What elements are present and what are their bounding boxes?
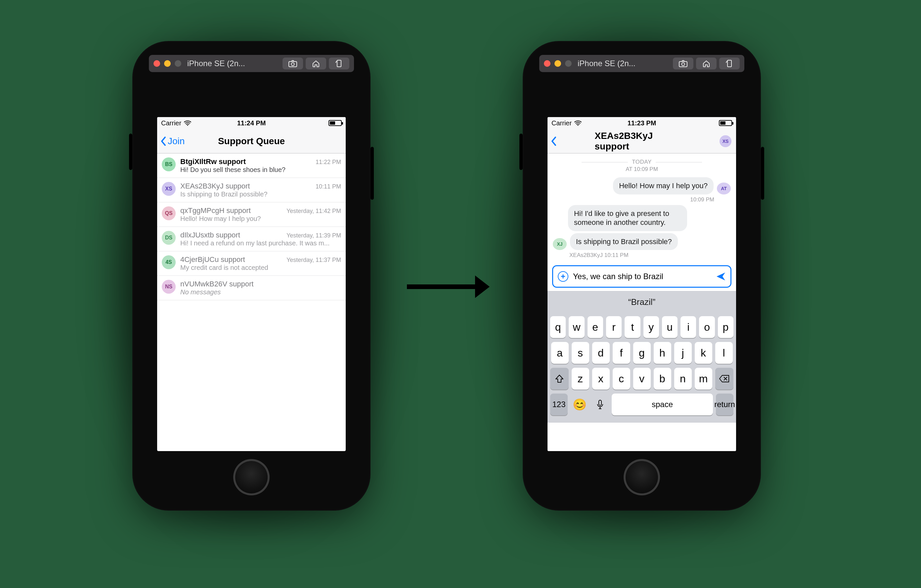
conversation-row[interactable]: BSBtgiXIltRw support11:22 PMHi! Do you s… — [157, 153, 346, 178]
home-physical-button[interactable] — [233, 459, 270, 495]
back-button[interactable] — [551, 136, 557, 146]
screenshot-button[interactable] — [673, 58, 693, 70]
conversation-preview: Hi! Do you sell these shoes in blue? — [180, 166, 341, 174]
key-o[interactable]: o — [699, 316, 714, 338]
home-button[interactable] — [306, 58, 326, 70]
home-button[interactable] — [696, 58, 716, 70]
conversation-title: qxTggMPcgH support — [180, 206, 251, 215]
key-q[interactable]: q — [550, 316, 566, 338]
message-row: Hi! I'd like to give a present to someon… — [553, 205, 731, 231]
conversation-row[interactable]: NSnVUMwkB26V supportNo messages — [157, 276, 346, 300]
conversation-row[interactable]: 4S4CjerBjUCu supportYesterday, 11:37 PMM… — [157, 251, 346, 276]
minimize-icon[interactable] — [555, 60, 561, 67]
key-w[interactable]: w — [569, 316, 584, 338]
rotate-button[interactable] — [719, 58, 740, 70]
day-time: AT 10:09 PM — [553, 166, 731, 173]
status-time: 11:24 PM — [237, 119, 266, 127]
conversation-list[interactable]: BSBtgiXIltRw support11:22 PMHi! Do you s… — [157, 153, 346, 300]
close-icon[interactable] — [544, 60, 550, 67]
key-g[interactable]: g — [633, 342, 651, 364]
nav-bar: XEAs2B3KyJ support XS — [547, 129, 736, 153]
close-icon[interactable] — [153, 60, 160, 67]
conversation-title: nVUMwkB26V support — [180, 280, 254, 288]
key-t[interactable]: t — [625, 316, 640, 338]
key-f[interactable]: f — [613, 342, 630, 364]
conversation-row[interactable]: DSdIlxJUsxtb supportYesterday, 11:39 PMH… — [157, 227, 346, 251]
key-p[interactable]: p — [718, 316, 734, 338]
avatar: QS — [162, 206, 176, 220]
keyboard[interactable]: qwertyuiopasdfghjklzxcvbnm123😊spaceretur… — [547, 313, 736, 422]
key-j[interactable]: j — [674, 342, 692, 364]
key-c[interactable]: c — [613, 368, 630, 390]
screenshot-button[interactable] — [283, 58, 303, 70]
svg-rect-8 — [599, 400, 601, 406]
key-a[interactable]: a — [551, 342, 569, 364]
svg-point-5 — [682, 63, 685, 66]
message-bubble: Is shipping to Brazil possible? — [570, 233, 678, 250]
key-b[interactable]: b — [654, 368, 671, 390]
message-composer[interactable]: + — [552, 265, 731, 288]
conversation-time: Yesterday, 11:37 PM — [286, 257, 341, 263]
conversation-row[interactable]: XSXEAs2B3KyJ support10:11 PMIs shipping … — [157, 178, 346, 202]
conversation-title: dIlxJUsxtb support — [180, 231, 240, 239]
send-button[interactable] — [716, 272, 726, 281]
key-u[interactable]: u — [662, 316, 677, 338]
screen-right: Carrier 11:23 PM XEAs2B3KyJ support XS T… — [547, 117, 736, 451]
key-d[interactable]: d — [592, 342, 610, 364]
key-i[interactable]: i — [680, 316, 696, 338]
zoom-icon[interactable] — [175, 60, 181, 67]
status-bar: Carrier 11:24 PM — [157, 117, 346, 129]
battery-icon — [329, 120, 342, 126]
key-s[interactable]: s — [572, 342, 589, 364]
key-y[interactable]: y — [643, 316, 659, 338]
space-key[interactable]: space — [612, 393, 713, 415]
avatar: NS — [162, 280, 176, 294]
key-h[interactable]: h — [654, 342, 671, 364]
back-button[interactable]: Join — [160, 136, 185, 146]
chat-avatar[interactable]: XS — [719, 135, 731, 147]
conversation-row[interactable]: QSqxTggMPcgH supportYesterday, 11:42 PMH… — [157, 202, 346, 227]
status-time: 11:23 PM — [628, 119, 656, 127]
chat-scroll[interactable]: TODAYAT 10:09 PMHello! How may I help yo… — [547, 153, 736, 262]
svg-point-3 — [187, 125, 188, 126]
svg-rect-6 — [727, 60, 731, 67]
key-n[interactable]: n — [674, 368, 692, 390]
home-physical-button[interactable] — [623, 459, 660, 495]
wifi-icon — [184, 120, 191, 126]
conversation-time: 10:11 PM — [316, 183, 341, 190]
rotate-button[interactable] — [329, 58, 349, 70]
message-row: Hello! How may I help you?AT — [553, 177, 731, 195]
shift-key[interactable] — [550, 368, 569, 390]
avatar: DS — [162, 231, 176, 245]
key-v[interactable]: v — [633, 368, 651, 390]
conversation-time: Yesterday, 11:42 PM — [286, 208, 341, 214]
key-z[interactable]: z — [572, 368, 589, 390]
svg-rect-0 — [289, 62, 297, 67]
conversation-title: XEAs2B3KyJ support — [180, 182, 250, 190]
avatar: XJ — [553, 238, 567, 250]
key-x[interactable]: x — [592, 368, 610, 390]
emoji-key[interactable]: 😊 — [571, 393, 588, 415]
numbers-key[interactable]: 123 — [550, 393, 568, 415]
zoom-icon[interactable] — [565, 60, 572, 67]
suggestion-text[interactable]: “Brazil” — [628, 297, 655, 307]
key-m[interactable]: m — [695, 368, 712, 390]
minimize-icon[interactable] — [164, 60, 171, 67]
window-traffic-lights[interactable] — [544, 60, 572, 67]
message-input[interactable] — [573, 272, 711, 281]
key-e[interactable]: e — [587, 316, 603, 338]
conversation-title: BtgiXIltRw support — [180, 158, 246, 166]
key-r[interactable]: r — [606, 316, 622, 338]
back-label: Join — [168, 136, 185, 146]
key-k[interactable]: k — [695, 342, 712, 364]
svg-point-7 — [578, 125, 579, 126]
attach-button[interactable]: + — [558, 271, 568, 282]
return-key[interactable]: return — [716, 393, 734, 415]
window-traffic-lights[interactable] — [153, 60, 181, 67]
keyboard-suggestion[interactable]: “Brazil” — [547, 291, 736, 313]
dictation-key[interactable] — [591, 393, 609, 415]
key-l[interactable]: l — [715, 342, 733, 364]
backspace-key[interactable] — [715, 368, 734, 390]
day-separator: TODAY — [553, 159, 731, 166]
conversation-preview: Is shipping to Brazil possible? — [180, 190, 341, 198]
